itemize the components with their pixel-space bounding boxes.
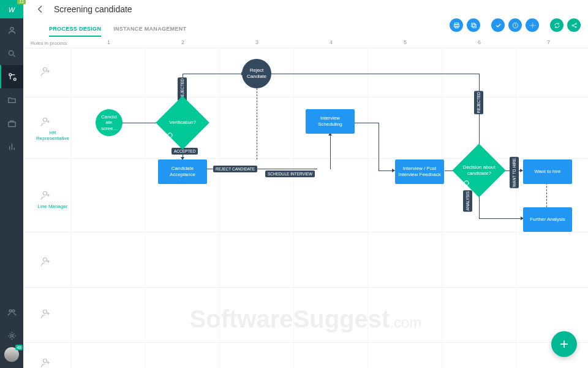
role-hr: HR Representative	[34, 130, 71, 141]
svg-rect-4	[8, 122, 15, 127]
tab-process-design[interactable]: PROCESS DESIGN	[49, 26, 101, 37]
watermark: SoftwareSuggest.com	[190, 305, 422, 333]
svg-point-22	[43, 310, 47, 313]
svg-point-18	[43, 67, 47, 71]
node-decision[interactable]: Decision about candidate?	[452, 144, 506, 197]
toolbar	[450, 18, 581, 32]
svg-point-15	[571, 25, 573, 26]
svg-point-3	[13, 78, 16, 80]
svg-point-1	[9, 50, 13, 55]
sidebar: w11 48	[0, 0, 23, 368]
nav-settings[interactable]	[0, 324, 23, 347]
role-icon-hr[interactable]	[40, 117, 51, 128]
node-reject[interactable]: Reject Candiate	[242, 59, 271, 88]
svg-point-0	[10, 27, 13, 30]
node-feedback[interactable]: Interview / Post Interview Feedback	[395, 159, 444, 184]
col-6: 6	[478, 39, 481, 45]
edge-schedule: SCHEDULE INTERVIEW	[265, 171, 315, 177]
check-button[interactable]	[491, 18, 505, 32]
svg-point-21	[43, 258, 47, 261]
edge-accepted: ACCEPTED	[172, 148, 198, 155]
nav-chart[interactable]	[0, 135, 23, 158]
col-7: 7	[547, 39, 550, 45]
nav-folder[interactable]	[0, 88, 23, 112]
edge-analysis: ANALYSIS	[463, 190, 472, 212]
role-icon[interactable]	[40, 358, 51, 368]
svg-point-14	[532, 25, 533, 26]
edge-rejected2: REJECTED	[474, 91, 483, 114]
node-schedule[interactable]: Interview Scheduling	[306, 109, 355, 134]
nav-briefcase[interactable]	[0, 112, 23, 135]
svg-point-17	[575, 26, 576, 28]
tab-instance-management[interactable]: INSTANCE MANAGEMENT	[113, 26, 186, 37]
nav-search[interactable]	[0, 42, 23, 65]
node-analysis[interactable]: Further Analysis	[523, 207, 572, 232]
nav-org[interactable]	[0, 301, 23, 324]
logo[interactable]: w11	[0, 0, 23, 18]
refresh-button[interactable]	[550, 18, 564, 32]
svg-point-6	[12, 310, 15, 312]
svg-rect-11	[471, 23, 475, 26]
page-title: Screening candidate	[54, 4, 132, 14]
logo-badge: 11	[17, 0, 26, 4]
clock-button[interactable]	[508, 18, 522, 32]
print-button[interactable]	[450, 18, 463, 32]
header: Screening candidate	[23, 0, 588, 18]
edge-reject-cand: REJECT CANDIDATE	[213, 166, 257, 172]
avatar-badge: 48	[15, 345, 23, 350]
svg-point-23	[43, 359, 47, 362]
node-acceptance[interactable]: Candidate Acceptance	[158, 159, 207, 184]
copy-button[interactable]	[467, 18, 480, 32]
tabs: PROCESS DESIGN INSTANCE MANAGEMENT	[49, 26, 186, 37]
svg-rect-12	[472, 24, 476, 28]
svg-point-20	[43, 191, 47, 195]
col-3: 3	[255, 39, 258, 45]
nav-workflow[interactable]	[0, 65, 23, 88]
role-icon[interactable]	[40, 66, 51, 77]
col-2: 2	[181, 39, 184, 45]
col-4: 4	[330, 39, 333, 45]
svg-point-19	[43, 118, 47, 121]
gear-button[interactable]	[526, 18, 539, 32]
edge-want-hire: WANT TO HIRE	[510, 157, 519, 188]
svg-point-5	[9, 310, 12, 312]
column-headers: 1 2 3 4 5 6 7	[23, 38, 588, 48]
node-start[interactable]: Candid ate scree...	[96, 109, 123, 136]
role-lm: Line Manager	[34, 204, 71, 209]
nav-users[interactable]	[0, 18, 23, 42]
svg-point-7	[10, 334, 13, 337]
back-button[interactable]	[34, 3, 47, 15]
role-icon-lm[interactable]	[40, 190, 51, 201]
share-button[interactable]	[567, 18, 581, 32]
canvas[interactable]: HR Representative Line Manager SoftwareS…	[23, 48, 588, 368]
node-hire[interactable]: Want to hire	[523, 159, 572, 184]
col-1: 1	[107, 39, 110, 45]
svg-point-2	[9, 73, 11, 75]
add-button[interactable]: +	[551, 331, 577, 357]
node-verification[interactable]: Verification?	[156, 96, 209, 150]
avatar[interactable]: 48	[4, 347, 19, 362]
role-icon[interactable]	[40, 309, 51, 320]
col-5: 5	[404, 39, 407, 45]
svg-point-16	[575, 23, 576, 24]
role-icon[interactable]	[40, 256, 51, 267]
